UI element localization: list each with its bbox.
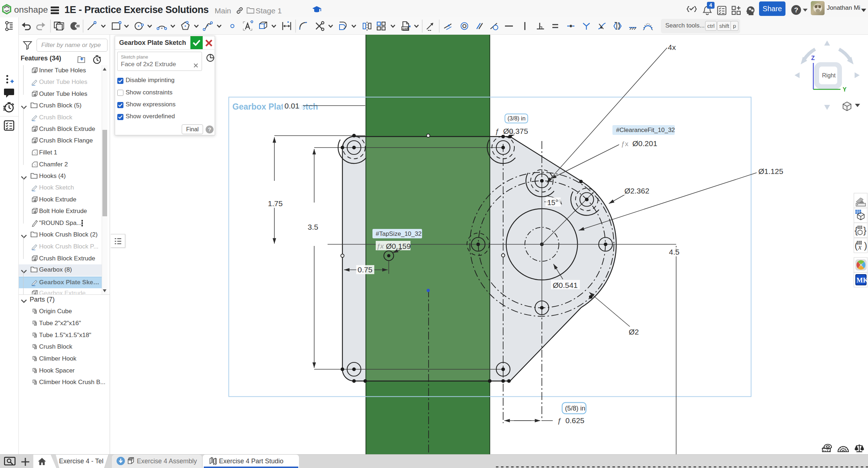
svg-text:Ø0.201: Ø0.201 — [632, 139, 657, 148]
svg-text:4.5: 4.5 — [669, 248, 679, 256]
svg-text:15°: 15° — [547, 199, 558, 207]
svg-text:Ø2.362: Ø2.362 — [624, 187, 649, 195]
svg-text:Ø0.541: Ø0.541 — [553, 281, 578, 289]
svg-text:Ø0.159: Ø0.159 — [386, 242, 411, 250]
svg-text:x: x — [858, 243, 861, 251]
svg-text:): ) — [864, 240, 867, 251]
svg-text:ƒ: ƒ — [557, 416, 562, 425]
svg-text:ƒ: ƒ — [495, 127, 500, 135]
svg-text:}: } — [863, 225, 867, 236]
svg-text:ƒx: ƒx — [376, 242, 384, 250]
svg-text:(3/8) in: (3/8) in — [507, 115, 526, 122]
svg-text:0.625: 0.625 — [565, 416, 585, 425]
svg-text:{: { — [855, 225, 858, 236]
svg-text:1.75: 1.75 — [268, 199, 283, 208]
svg-text:Ø1.125: Ø1.125 — [758, 167, 783, 175]
svg-text:4x: 4x — [668, 43, 676, 51]
svg-text:#TapSize_10_32: #TapSize_10_32 — [376, 230, 422, 237]
svg-text:ƒx: ƒx — [621, 140, 629, 148]
svg-text:0.01: 0.01 — [285, 102, 299, 110]
svg-text:Gearbox Plate Sketch: Gearbox Plate Sketch — [232, 102, 318, 111]
svg-text:Ø2: Ø2 — [629, 328, 639, 336]
svg-text:Ø0.375: Ø0.375 — [503, 127, 528, 135]
svg-text:Y: Y — [843, 86, 847, 93]
svg-text:Z: Z — [811, 55, 815, 61]
svg-text:Right: Right — [822, 72, 836, 78]
svg-text:DXF: DXF — [403, 27, 408, 30]
svg-text:MK: MK — [856, 276, 868, 284]
svg-text:3.5: 3.5 — [308, 223, 318, 231]
svg-text:#ClearanceFit_10_32: #ClearanceFit_10_32 — [616, 127, 675, 133]
svg-text:(5/8) in: (5/8) in — [565, 405, 585, 412]
svg-text:0.75: 0.75 — [358, 265, 372, 274]
